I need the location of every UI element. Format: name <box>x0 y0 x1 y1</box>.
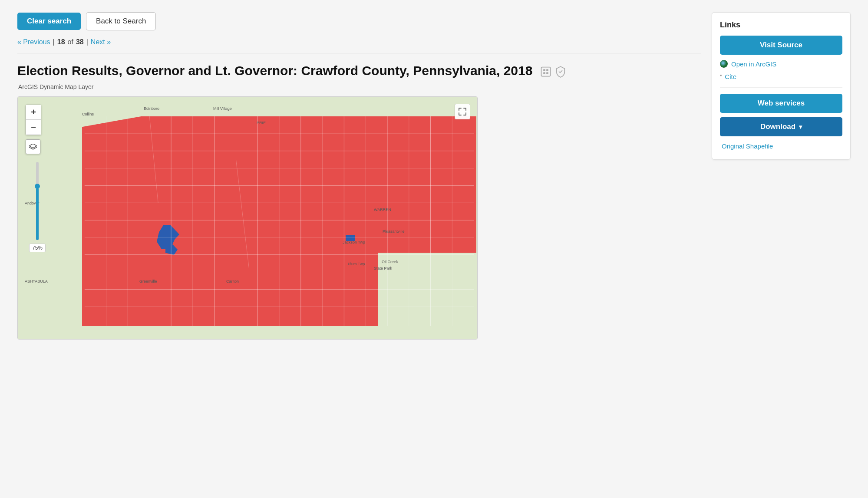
cite-icon: " <box>720 73 722 80</box>
fullscreen-icon <box>459 108 466 115</box>
of-text: of <box>68 38 73 46</box>
map-layers-button[interactable] <box>26 139 40 154</box>
open-arcgis-link[interactable]: Open in ArcGIS <box>720 59 842 69</box>
record-subtitle: ArcGIS Dynamic Map Layer <box>18 83 701 90</box>
cite-label: Cite <box>725 73 736 80</box>
svg-rect-1 <box>543 69 545 71</box>
zoom-out-button[interactable]: − <box>26 120 41 135</box>
total-pages: 38 <box>76 38 84 46</box>
sidebar: Links Visit Source Open in ArcGIS " Cite… <box>712 12 851 340</box>
svg-marker-5 <box>29 144 37 148</box>
download-label: Download <box>760 122 795 131</box>
metadata-icon-1[interactable] <box>540 66 552 78</box>
back-to-search-button[interactable]: Back to Search <box>86 12 156 30</box>
zoom-in-button[interactable]: + <box>26 105 41 120</box>
arcgis-globe-icon <box>720 60 728 68</box>
links-title: Links <box>720 20 842 30</box>
map-zoom-controls: + − <box>26 105 41 135</box>
zoom-percent-label: 75% <box>29 244 46 252</box>
visit-source-button[interactable]: Visit Source <box>720 36 842 55</box>
map-opacity-slider[interactable]: 75% <box>29 162 46 252</box>
svg-rect-4 <box>546 72 548 74</box>
arcgis-link-label: Open in ArcGIS <box>731 60 776 68</box>
slider-track <box>36 162 39 240</box>
pagination-separator1: | <box>53 38 55 46</box>
download-caret-icon: ▾ <box>799 123 802 130</box>
map-fullscreen-button[interactable] <box>455 104 470 119</box>
web-services-button[interactable]: Web services <box>720 94 842 113</box>
sidebar-divider <box>720 87 842 88</box>
next-link[interactable]: Next » <box>91 38 111 46</box>
map-blue-small <box>346 235 355 241</box>
separator-line <box>17 53 701 53</box>
clear-search-button[interactable]: Clear search <box>17 13 81 30</box>
cite-link[interactable]: " Cite <box>720 72 842 81</box>
slider-fill <box>36 188 39 240</box>
original-shapefile-link[interactable]: Original Shapefile <box>720 142 842 151</box>
links-card: Links Visit Source Open in ArcGIS " Cite… <box>712 12 851 160</box>
pagination-separator2: | <box>86 38 88 46</box>
svg-rect-2 <box>546 69 548 71</box>
previous-link[interactable]: « Previous <box>17 38 50 46</box>
svg-rect-0 <box>541 67 550 76</box>
svg-rect-3 <box>543 72 545 74</box>
shield-icon <box>554 66 567 78</box>
record-title: Election Results, Governor and Lt. Gover… <box>17 62 701 79</box>
layers-icon <box>29 144 37 150</box>
map-container[interactable]: + − 75% <box>17 96 478 340</box>
slider-thumb[interactable] <box>35 184 40 189</box>
download-button[interactable]: Download ▾ <box>720 117 842 136</box>
current-page: 18 <box>57 38 65 46</box>
